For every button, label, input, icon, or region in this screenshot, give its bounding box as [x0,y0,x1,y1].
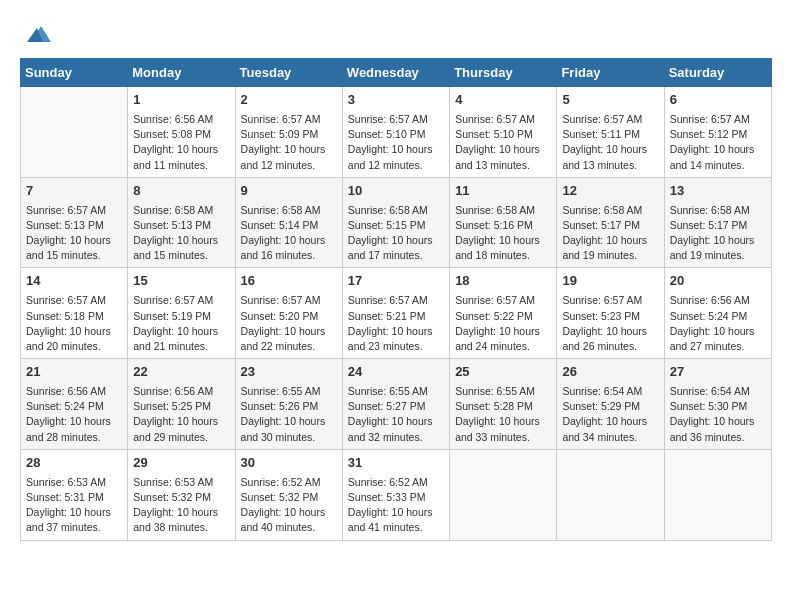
week-row-3: 21Sunrise: 6:56 AM Sunset: 5:24 PM Dayli… [21,359,772,450]
calendar-cell: 10Sunrise: 6:58 AM Sunset: 5:15 PM Dayli… [342,177,449,268]
day-info: Sunrise: 6:56 AM Sunset: 5:25 PM Dayligh… [133,384,229,445]
day-info: Sunrise: 6:57 AM Sunset: 5:19 PM Dayligh… [133,293,229,354]
day-info: Sunrise: 6:56 AM Sunset: 5:08 PM Dayligh… [133,112,229,173]
day-info: Sunrise: 6:57 AM Sunset: 5:22 PM Dayligh… [455,293,551,354]
day-number: 4 [455,91,551,110]
day-number: 16 [241,272,337,291]
day-info: Sunrise: 6:58 AM Sunset: 5:13 PM Dayligh… [133,203,229,264]
day-number: 24 [348,363,444,382]
day-info: Sunrise: 6:58 AM Sunset: 5:17 PM Dayligh… [670,203,766,264]
day-number: 6 [670,91,766,110]
calendar-cell: 31Sunrise: 6:52 AM Sunset: 5:33 PM Dayli… [342,449,449,540]
day-info: Sunrise: 6:55 AM Sunset: 5:27 PM Dayligh… [348,384,444,445]
header-friday: Friday [557,59,664,87]
calendar-cell: 28Sunrise: 6:53 AM Sunset: 5:31 PM Dayli… [21,449,128,540]
calendar-cell: 11Sunrise: 6:58 AM Sunset: 5:16 PM Dayli… [450,177,557,268]
day-number: 20 [670,272,766,291]
day-number: 5 [562,91,658,110]
day-number: 30 [241,454,337,473]
calendar-cell: 29Sunrise: 6:53 AM Sunset: 5:32 PM Dayli… [128,449,235,540]
day-info: Sunrise: 6:58 AM Sunset: 5:14 PM Dayligh… [241,203,337,264]
day-info: Sunrise: 6:52 AM Sunset: 5:33 PM Dayligh… [348,475,444,536]
calendar-cell [21,87,128,178]
day-number: 25 [455,363,551,382]
calendar-cell: 27Sunrise: 6:54 AM Sunset: 5:30 PM Dayli… [664,359,771,450]
calendar-cell: 5Sunrise: 6:57 AM Sunset: 5:11 PM Daylig… [557,87,664,178]
day-number: 11 [455,182,551,201]
header-sunday: Sunday [21,59,128,87]
day-info: Sunrise: 6:58 AM Sunset: 5:15 PM Dayligh… [348,203,444,264]
day-info: Sunrise: 6:57 AM Sunset: 5:10 PM Dayligh… [455,112,551,173]
day-number: 7 [26,182,122,201]
header-saturday: Saturday [664,59,771,87]
calendar-cell: 20Sunrise: 6:56 AM Sunset: 5:24 PM Dayli… [664,268,771,359]
day-info: Sunrise: 6:52 AM Sunset: 5:32 PM Dayligh… [241,475,337,536]
calendar-cell: 6Sunrise: 6:57 AM Sunset: 5:12 PM Daylig… [664,87,771,178]
day-number: 15 [133,272,229,291]
calendar-cell: 17Sunrise: 6:57 AM Sunset: 5:21 PM Dayli… [342,268,449,359]
day-info: Sunrise: 6:57 AM Sunset: 5:09 PM Dayligh… [241,112,337,173]
day-number: 19 [562,272,658,291]
day-info: Sunrise: 6:57 AM Sunset: 5:21 PM Dayligh… [348,293,444,354]
day-info: Sunrise: 6:57 AM Sunset: 5:13 PM Dayligh… [26,203,122,264]
calendar-cell: 13Sunrise: 6:58 AM Sunset: 5:17 PM Dayli… [664,177,771,268]
day-number: 22 [133,363,229,382]
week-row-4: 28Sunrise: 6:53 AM Sunset: 5:31 PM Dayli… [21,449,772,540]
calendar-cell: 16Sunrise: 6:57 AM Sunset: 5:20 PM Dayli… [235,268,342,359]
day-number: 21 [26,363,122,382]
calendar-cell: 21Sunrise: 6:56 AM Sunset: 5:24 PM Dayli… [21,359,128,450]
day-info: Sunrise: 6:57 AM Sunset: 5:12 PM Dayligh… [670,112,766,173]
calendar-body: 1Sunrise: 6:56 AM Sunset: 5:08 PM Daylig… [21,87,772,541]
calendar-cell: 2Sunrise: 6:57 AM Sunset: 5:09 PM Daylig… [235,87,342,178]
week-row-2: 14Sunrise: 6:57 AM Sunset: 5:18 PM Dayli… [21,268,772,359]
day-info: Sunrise: 6:57 AM Sunset: 5:11 PM Dayligh… [562,112,658,173]
calendar-cell: 26Sunrise: 6:54 AM Sunset: 5:29 PM Dayli… [557,359,664,450]
day-info: Sunrise: 6:57 AM Sunset: 5:20 PM Dayligh… [241,293,337,354]
day-info: Sunrise: 6:58 AM Sunset: 5:16 PM Dayligh… [455,203,551,264]
calendar-cell: 18Sunrise: 6:57 AM Sunset: 5:22 PM Dayli… [450,268,557,359]
day-number: 13 [670,182,766,201]
day-info: Sunrise: 6:56 AM Sunset: 5:24 PM Dayligh… [670,293,766,354]
header-thursday: Thursday [450,59,557,87]
week-row-1: 7Sunrise: 6:57 AM Sunset: 5:13 PM Daylig… [21,177,772,268]
header-row: SundayMondayTuesdayWednesdayThursdayFrid… [21,59,772,87]
calendar-cell: 14Sunrise: 6:57 AM Sunset: 5:18 PM Dayli… [21,268,128,359]
calendar-cell: 24Sunrise: 6:55 AM Sunset: 5:27 PM Dayli… [342,359,449,450]
header-tuesday: Tuesday [235,59,342,87]
day-number: 18 [455,272,551,291]
day-info: Sunrise: 6:57 AM Sunset: 5:18 PM Dayligh… [26,293,122,354]
calendar-cell: 7Sunrise: 6:57 AM Sunset: 5:13 PM Daylig… [21,177,128,268]
day-info: Sunrise: 6:53 AM Sunset: 5:31 PM Dayligh… [26,475,122,536]
calendar-cell: 9Sunrise: 6:58 AM Sunset: 5:14 PM Daylig… [235,177,342,268]
day-info: Sunrise: 6:57 AM Sunset: 5:10 PM Dayligh… [348,112,444,173]
logo-icon [23,20,51,48]
calendar-table: SundayMondayTuesdayWednesdayThursdayFrid… [20,58,772,541]
calendar-cell [557,449,664,540]
header-wednesday: Wednesday [342,59,449,87]
calendar-cell: 15Sunrise: 6:57 AM Sunset: 5:19 PM Dayli… [128,268,235,359]
calendar-cell: 19Sunrise: 6:57 AM Sunset: 5:23 PM Dayli… [557,268,664,359]
day-info: Sunrise: 6:53 AM Sunset: 5:32 PM Dayligh… [133,475,229,536]
calendar-cell: 25Sunrise: 6:55 AM Sunset: 5:28 PM Dayli… [450,359,557,450]
day-number: 28 [26,454,122,473]
calendar-cell: 1Sunrise: 6:56 AM Sunset: 5:08 PM Daylig… [128,87,235,178]
calendar-cell: 30Sunrise: 6:52 AM Sunset: 5:32 PM Dayli… [235,449,342,540]
calendar-cell: 22Sunrise: 6:56 AM Sunset: 5:25 PM Dayli… [128,359,235,450]
day-info: Sunrise: 6:56 AM Sunset: 5:24 PM Dayligh… [26,384,122,445]
day-number: 1 [133,91,229,110]
day-number: 8 [133,182,229,201]
calendar-cell [450,449,557,540]
logo [20,20,51,48]
page-header [20,20,772,48]
day-number: 26 [562,363,658,382]
calendar-cell: 8Sunrise: 6:58 AM Sunset: 5:13 PM Daylig… [128,177,235,268]
day-info: Sunrise: 6:57 AM Sunset: 5:23 PM Dayligh… [562,293,658,354]
calendar-header: SundayMondayTuesdayWednesdayThursdayFrid… [21,59,772,87]
day-number: 29 [133,454,229,473]
day-number: 2 [241,91,337,110]
day-info: Sunrise: 6:54 AM Sunset: 5:29 PM Dayligh… [562,384,658,445]
day-number: 14 [26,272,122,291]
calendar-cell: 12Sunrise: 6:58 AM Sunset: 5:17 PM Dayli… [557,177,664,268]
calendar-cell: 3Sunrise: 6:57 AM Sunset: 5:10 PM Daylig… [342,87,449,178]
day-number: 10 [348,182,444,201]
